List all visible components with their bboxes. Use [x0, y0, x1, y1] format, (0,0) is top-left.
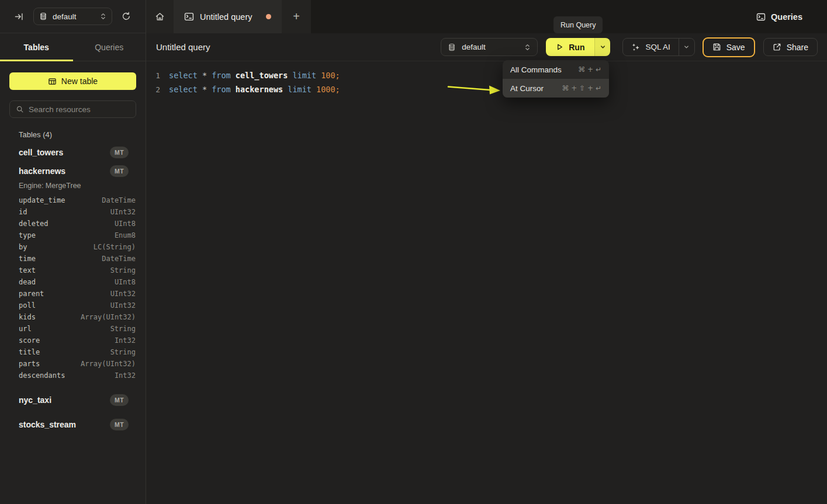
- share-button-label: Share: [787, 43, 808, 52]
- tab-strip: Untitled query + Queries: [146, 0, 827, 33]
- column-row[interactable]: kidsArray(UInt32): [0, 311, 146, 323]
- token: ;: [335, 71, 340, 80]
- column-name: type: [19, 231, 36, 239]
- column-row[interactable]: titleString: [0, 346, 146, 358]
- token: [316, 71, 321, 80]
- sidebar-tab-tables[interactable]: Tables: [0, 33, 73, 61]
- column-name: id: [19, 208, 27, 216]
- table-item-stocks_stream[interactable]: stocks_streamMT: [0, 415, 146, 434]
- sidebar-tabs: Tables Queries: [0, 33, 146, 61]
- column-row[interactable]: parentUInt32: [0, 288, 146, 300]
- column-type: String: [110, 348, 136, 356]
- engine-badge: MT: [110, 419, 129, 430]
- token: hackernews: [236, 85, 283, 94]
- column-row[interactable]: scoreInt32: [0, 335, 146, 346]
- column-row[interactable]: update_timeDateTime: [0, 194, 146, 206]
- sql-ai-label: SQL AI: [645, 43, 670, 51]
- column-type: String: [110, 325, 136, 333]
- run-split-button: Run: [546, 38, 610, 56]
- column-type: UInt32: [110, 301, 136, 310]
- token: from: [212, 71, 231, 80]
- search-icon: [16, 105, 24, 113]
- toolbar-database-select[interactable]: default: [441, 38, 538, 56]
- column-type: String: [110, 266, 136, 274]
- run-query-tooltip-label: Run Query: [560, 21, 596, 29]
- engine-badge: MT: [110, 394, 129, 406]
- column-name: time: [19, 255, 36, 263]
- new-table-button[interactable]: New table: [9, 72, 136, 90]
- token: [198, 71, 202, 80]
- column-type: LC(String): [94, 243, 136, 251]
- collapse-sidebar-icon[interactable]: [15, 12, 23, 21]
- column-row[interactable]: pollUInt32: [0, 300, 146, 311]
- column-type: Array(UInt32): [81, 313, 136, 321]
- column-row[interactable]: deadUInt8: [0, 276, 146, 288]
- table-item-nyc_taxi[interactable]: nyc_taxiMT: [0, 391, 146, 409]
- share-button[interactable]: Share: [763, 38, 818, 56]
- sql-ai-options-button[interactable]: [679, 39, 694, 55]
- column-row[interactable]: timeDateTime: [0, 253, 146, 265]
- database-icon: [39, 12, 47, 20]
- menu-item-all-commands[interactable]: All Commands⌘ + ↵: [503, 60, 609, 79]
- column-type: Int32: [115, 371, 136, 380]
- table-item-hackernews[interactable]: hackernewsMT: [0, 162, 146, 180]
- tables-list: cell_towersMThackernewsMTEngine: MergeTr…: [0, 143, 146, 434]
- column-type: DateTime: [102, 196, 136, 204]
- column-type: Array(UInt32): [81, 360, 136, 368]
- queries-button-label: Queries: [771, 12, 802, 22]
- column-type: UInt32: [110, 290, 136, 298]
- column-type: UInt8: [115, 278, 136, 286]
- sidebar-topbar: default: [0, 0, 146, 33]
- menu-item-label: All Commands: [510, 65, 562, 74]
- query-toolbar: Untitled query default: [146, 33, 827, 61]
- token: 100: [321, 71, 335, 80]
- token: [231, 71, 236, 80]
- run-options-button[interactable]: [594, 38, 610, 56]
- sql-ai-button[interactable]: SQL AI: [623, 39, 678, 55]
- home-icon: [155, 12, 165, 22]
- select-caret-icon: [100, 12, 106, 20]
- column-row[interactable]: textString: [0, 265, 146, 276]
- code-line[interactable]: 2select * from hackernews limit 1000;: [146, 82, 827, 96]
- chevron-down-icon: [600, 44, 606, 50]
- column-name: dead: [19, 278, 36, 286]
- queries-panel-button[interactable]: Queries: [749, 0, 827, 33]
- refresh-icon[interactable]: [122, 12, 131, 21]
- token: 1000: [316, 85, 335, 94]
- search-resources-input[interactable]: [29, 105, 132, 114]
- run-button[interactable]: Run: [546, 38, 594, 56]
- column-row[interactable]: deletedUInt8: [0, 218, 146, 230]
- external-link-icon: [773, 43, 781, 51]
- save-button[interactable]: Save: [703, 37, 755, 57]
- engine-badge: MT: [110, 147, 129, 158]
- column-name: text: [19, 266, 36, 274]
- column-name: update_time: [19, 196, 65, 204]
- unsaved-changes-dot: [266, 14, 271, 19]
- table-name: hackernews: [19, 166, 65, 176]
- code-line[interactable]: 1select * from cell_towers limit 100;: [146, 68, 827, 82]
- column-name: kids: [19, 313, 36, 321]
- play-icon: [556, 43, 563, 51]
- sidebar-tab-queries[interactable]: Queries: [73, 33, 146, 61]
- code-lines: 1select * from cell_towers limit 100;2se…: [146, 68, 827, 96]
- column-row[interactable]: descendantsInt32: [0, 370, 146, 381]
- column-row[interactable]: partsArray(UInt32): [0, 358, 146, 370]
- home-button[interactable]: [146, 0, 174, 33]
- database-select[interactable]: default: [33, 8, 112, 25]
- column-row[interactable]: urlString: [0, 323, 146, 335]
- sql-console-app: default Tables Queries N: [0, 0, 827, 504]
- table-item-cell_towers[interactable]: cell_towersMT: [0, 143, 146, 162]
- tab-untitled-query[interactable]: Untitled query: [174, 0, 282, 33]
- active-tab-underline: [0, 60, 73, 61]
- tables-section-label: Tables (4): [19, 130, 136, 139]
- column-row[interactable]: byLC(String): [0, 241, 146, 253]
- column-row[interactable]: typeEnum8: [0, 230, 146, 241]
- select-caret-icon: [524, 43, 531, 51]
- engine-badge: MT: [110, 165, 129, 177]
- menu-item-at-cursor[interactable]: At Cursor⌘ + ⇧ + ↵: [503, 79, 609, 98]
- sql-editor[interactable]: 1select * from cell_towers limit 100;2se…: [146, 61, 827, 96]
- queries-icon: [756, 12, 766, 22]
- column-type: Enum8: [115, 231, 136, 239]
- column-row[interactable]: idUInt32: [0, 206, 146, 218]
- new-tab-button[interactable]: +: [282, 0, 311, 33]
